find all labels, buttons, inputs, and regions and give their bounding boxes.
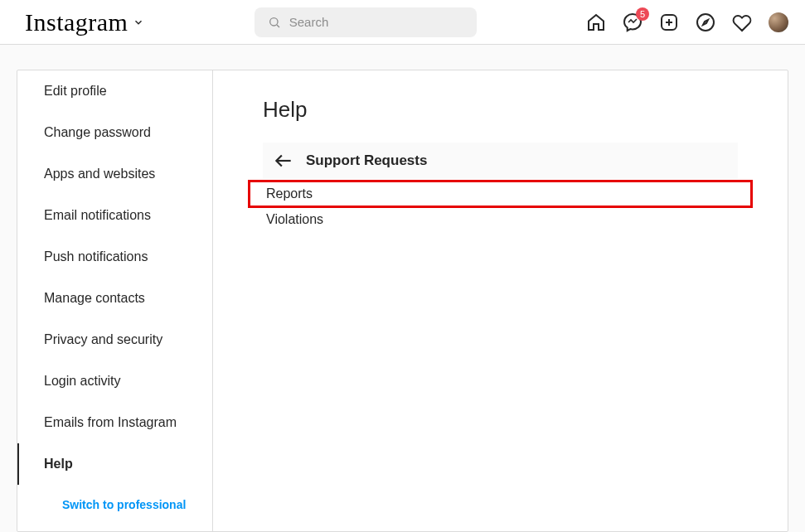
sidebar-item-help[interactable]: Help bbox=[17, 443, 212, 485]
svg-marker-6 bbox=[703, 20, 708, 25]
switch-professional-link[interactable]: Switch to professional bbox=[17, 485, 212, 525]
search-wrap bbox=[144, 7, 586, 37]
messenger-badge: 5 bbox=[636, 7, 649, 21]
home-icon[interactable] bbox=[586, 12, 606, 32]
sidebar-item-privacy-security[interactable]: Privacy and security bbox=[17, 319, 212, 360]
support-requests-header[interactable]: Support Requests bbox=[263, 143, 738, 179]
top-bar: Instagram 5 bbox=[0, 0, 805, 45]
sidebar-item-manage-contacts[interactable]: Manage contacts bbox=[17, 278, 212, 319]
subheader-title: Support Requests bbox=[306, 152, 427, 169]
sidebar-item-login-activity[interactable]: Login activity bbox=[17, 360, 212, 402]
nav-icons: 5 bbox=[586, 12, 788, 32]
search-field[interactable] bbox=[255, 7, 477, 37]
logo-area[interactable]: Instagram bbox=[25, 8, 144, 36]
sidebar-item-change-password[interactable]: Change password bbox=[17, 112, 212, 153]
sidebar-item-edit-profile[interactable]: Edit profile bbox=[17, 70, 212, 112]
messenger-icon[interactable]: 5 bbox=[623, 12, 643, 32]
activity-heart-icon[interactable] bbox=[732, 12, 752, 32]
settings-sidebar: Edit profile Change password Apps and we… bbox=[17, 70, 213, 531]
settings-main: Help Support Requests Reports Violations bbox=[213, 70, 788, 531]
page-title: Help bbox=[263, 97, 738, 123]
instagram-logo: Instagram bbox=[25, 8, 128, 36]
chevron-down-icon bbox=[133, 17, 144, 28]
sidebar-item-emails-instagram[interactable]: Emails from Instagram bbox=[17, 402, 212, 443]
sidebar-item-email-notifications[interactable]: Email notifications bbox=[17, 195, 212, 236]
svg-point-5 bbox=[697, 14, 714, 31]
sidebar-item-apps-websites[interactable]: Apps and websites bbox=[17, 153, 212, 195]
explore-icon[interactable] bbox=[696, 12, 715, 32]
option-violations[interactable]: Violations bbox=[263, 206, 738, 234]
settings-panel: Edit profile Change password Apps and we… bbox=[17, 70, 788, 532]
option-reports[interactable]: Reports bbox=[248, 180, 753, 208]
back-arrow-icon[interactable] bbox=[273, 150, 294, 172]
search-icon bbox=[268, 16, 281, 29]
new-post-icon[interactable] bbox=[659, 12, 679, 32]
avatar[interactable] bbox=[769, 12, 788, 32]
svg-point-0 bbox=[269, 17, 277, 25]
svg-line-1 bbox=[277, 25, 279, 27]
sidebar-item-push-notifications[interactable]: Push notifications bbox=[17, 236, 212, 278]
search-input[interactable] bbox=[289, 15, 463, 29]
